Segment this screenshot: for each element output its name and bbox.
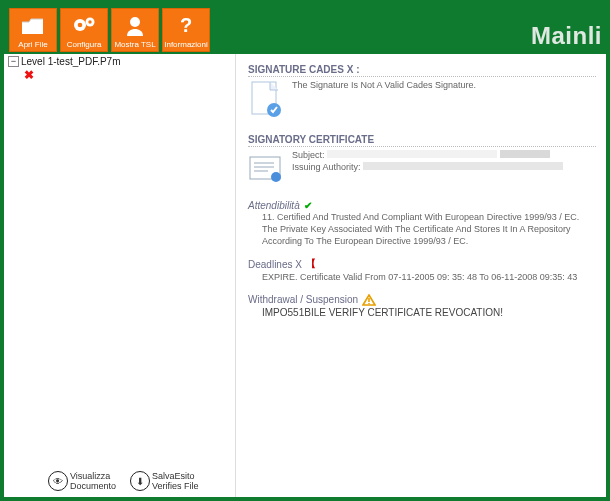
certificate-details: Subject: Issuing Authority: [292,150,563,172]
sidebar: − Level 1-test_PDF.P7m ✖ 👁 Visualizza Do… [4,54,236,497]
issuer-row: Issuing Authority: [292,162,563,172]
signature-doc-icon [248,80,284,120]
reliability-text: 11. Certified And Trusted And Compliant … [262,211,596,247]
reliability-line2: The Private Key Associated With The Cert… [262,223,596,235]
configure-label: Configura [67,40,102,51]
show-tsl-label: Mostra TSL [114,40,155,51]
deadlines-title: Deadlines X [248,259,302,270]
certificate-icon [248,150,284,190]
eye-icon: 👁 [48,471,68,491]
sidebar-actions: 👁 Visualizza Documento ⬇ SalvaEsito Veri… [48,471,199,491]
view-document-label: Visualizza Documento [70,471,116,491]
tree-root-label: Level 1-test_PDF.P7m [21,56,121,67]
configure-button[interactable]: Configura [60,8,108,52]
svg-point-3 [88,20,91,23]
svg-text:?: ? [180,14,192,36]
suspension-line: IMPO551BILE VERIFY CERTIFICATE REVOCATIO… [262,306,596,320]
signature-message: The Signature Is Not A Valid Cades Signa… [292,80,476,90]
content-area: − Level 1-test_PDF.P7m ✖ 👁 Visualizza Do… [4,54,606,497]
download-icon: ⬇ [130,471,150,491]
subject-label: Subject: [292,150,325,160]
collapse-icon[interactable]: − [8,56,19,67]
view-document-button[interactable]: 👁 Visualizza Documento [48,471,116,491]
tree-root-item[interactable]: − Level 1-test_PDF.P7m [8,56,233,67]
subject-value-redacted [327,150,497,158]
svg-point-4 [130,17,140,27]
save-result-label: SalvaEsito [152,471,199,481]
signature-section-title: SIGNATURE CADES X : [248,64,596,77]
suspension-title: Withdrawal / Suspension [248,294,358,305]
deadlines-line: EXPIRE. Certificate Valid From 07-11-200… [262,271,596,283]
topbar: Apri File Configura Mostra TSL ? Informa… [4,4,606,54]
warning-icon [362,294,376,306]
reliability-heading: Attendibilità ✔ [248,200,596,211]
person-icon [122,9,148,40]
show-tsl-button[interactable]: Mostra TSL [111,8,159,52]
deadlines-heading: Deadlines X 【 [248,257,596,271]
app-window: Apri File Configura Mostra TSL ? Informa… [0,0,610,501]
certificate-section-title: SIGNATORY CERTIFICATE [248,134,596,147]
reliability-title: Attendibilità [248,200,300,211]
reliability-line3: According To The European Directive 1999… [262,235,596,247]
detail-pane: SIGNATURE CADES X : The Signature Is Not… [236,54,606,497]
red-bracket-icon: 【 [306,257,316,271]
invalid-icon: ✖ [24,68,34,82]
issuer-value-redacted [363,162,563,170]
save-result-labels: SalvaEsito Verifies File [152,471,199,491]
verify-file-label: Verifies File [152,481,199,491]
reliability-line1: 11. Certified And Trusted And Compliant … [262,211,596,223]
issuer-label: Issuing Authority: [292,162,361,172]
info-label: Informazioni [164,40,208,51]
certificate-row: Subject: Issuing Authority: [248,150,596,190]
watermark-text: Mainli [531,22,602,50]
suspension-heading: Withdrawal / Suspension [248,294,596,306]
file-tree: − Level 1-test_PDF.P7m ✖ [4,54,235,82]
svg-point-12 [271,172,281,182]
subject-value-redacted2 [500,150,550,158]
info-button[interactable]: ? Informazioni [162,8,210,52]
save-result-button[interactable]: ⬇ SalvaEsito Verifies File [130,471,199,491]
question-icon: ? [173,9,199,40]
toolbar: Apri File Configura Mostra TSL ? Informa… [4,4,210,54]
subject-row: Subject: [292,150,563,160]
tree-child-item[interactable]: ✖ [24,68,233,82]
open-file-button[interactable]: Apri File [9,8,57,52]
svg-point-1 [78,22,83,27]
gears-icon [71,9,97,40]
folder-icon [20,9,46,40]
open-file-label: Apri File [18,40,47,51]
check-icon: ✔ [304,200,312,211]
svg-point-14 [368,302,370,304]
signature-row: The Signature Is Not A Valid Cades Signa… [248,80,596,120]
